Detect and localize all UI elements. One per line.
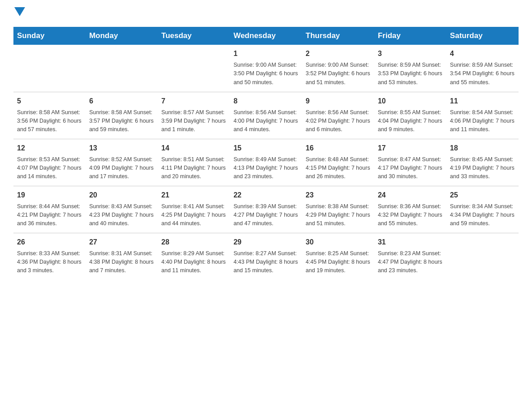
day-number: 27	[89, 237, 154, 248]
day-number: 14	[161, 143, 226, 154]
calendar-cell: 13Sunrise: 8:52 AM Sunset: 4:09 PM Dayli…	[86, 139, 158, 186]
day-number: 17	[378, 143, 443, 154]
day-info: Sunrise: 8:43 AM Sunset: 4:23 PM Dayligh…	[89, 202, 154, 228]
day-number: 31	[378, 237, 443, 248]
calendar-cell: 12Sunrise: 8:53 AM Sunset: 4:07 PM Dayli…	[13, 139, 86, 186]
day-number: 4	[450, 48, 515, 59]
calendar-cell: 27Sunrise: 8:31 AM Sunset: 4:38 PM Dayli…	[86, 233, 158, 280]
day-info: Sunrise: 8:39 AM Sunset: 4:27 PM Dayligh…	[233, 202, 298, 228]
day-info: Sunrise: 8:55 AM Sunset: 4:04 PM Dayligh…	[378, 108, 443, 134]
day-info: Sunrise: 8:47 AM Sunset: 4:17 PM Dayligh…	[378, 155, 443, 181]
day-info: Sunrise: 8:58 AM Sunset: 3:57 PM Dayligh…	[89, 108, 154, 134]
day-number: 7	[161, 96, 226, 107]
day-number: 12	[17, 143, 82, 154]
calendar-cell: 30Sunrise: 8:25 AM Sunset: 4:45 PM Dayli…	[302, 233, 374, 280]
day-info: Sunrise: 8:41 AM Sunset: 4:25 PM Dayligh…	[161, 202, 226, 228]
day-info: Sunrise: 8:44 AM Sunset: 4:21 PM Dayligh…	[17, 202, 82, 228]
day-number: 13	[89, 143, 154, 154]
day-number: 23	[306, 190, 371, 201]
calendar-week-row: 5Sunrise: 8:58 AM Sunset: 3:56 PM Daylig…	[13, 92, 519, 139]
calendar-cell: 17Sunrise: 8:47 AM Sunset: 4:17 PM Dayli…	[374, 139, 446, 186]
day-number: 28	[161, 237, 226, 248]
day-number: 29	[233, 237, 298, 248]
calendar-cell: 11Sunrise: 8:54 AM Sunset: 4:06 PM Dayli…	[446, 92, 519, 139]
calendar-cell: 18Sunrise: 8:45 AM Sunset: 4:19 PM Dayli…	[446, 139, 519, 186]
weekday-header-saturday: Saturday	[446, 27, 519, 45]
day-number: 24	[378, 190, 443, 201]
day-info: Sunrise: 8:54 AM Sunset: 4:06 PM Dayligh…	[450, 108, 515, 134]
calendar-cell: 26Sunrise: 8:33 AM Sunset: 4:36 PM Dayli…	[13, 233, 86, 280]
page-header	[13, 9, 519, 18]
calendar-week-row: 19Sunrise: 8:44 AM Sunset: 4:21 PM Dayli…	[13, 186, 519, 233]
calendar-cell	[86, 45, 158, 92]
weekday-header-row: SundayMondayTuesdayWednesdayThursdayFrid…	[13, 27, 519, 45]
day-number: 2	[306, 48, 371, 59]
day-info: Sunrise: 8:34 AM Sunset: 4:34 PM Dayligh…	[450, 202, 515, 228]
calendar-cell: 28Sunrise: 8:29 AM Sunset: 4:40 PM Dayli…	[158, 233, 230, 280]
calendar-table: SundayMondayTuesdayWednesdayThursdayFrid…	[13, 27, 519, 280]
calendar-week-row: 26Sunrise: 8:33 AM Sunset: 4:36 PM Dayli…	[13, 233, 519, 280]
calendar-cell: 20Sunrise: 8:43 AM Sunset: 4:23 PM Dayli…	[86, 186, 158, 233]
day-info: Sunrise: 8:36 AM Sunset: 4:32 PM Dayligh…	[378, 202, 443, 228]
day-info: Sunrise: 8:52 AM Sunset: 4:09 PM Dayligh…	[89, 155, 154, 181]
day-number: 22	[233, 190, 298, 201]
day-info: Sunrise: 8:33 AM Sunset: 4:36 PM Dayligh…	[17, 249, 82, 275]
day-info: Sunrise: 8:49 AM Sunset: 4:13 PM Dayligh…	[233, 155, 298, 181]
logo-triangle-icon	[14, 7, 25, 16]
calendar-cell: 22Sunrise: 8:39 AM Sunset: 4:27 PM Dayli…	[230, 186, 302, 233]
day-info: Sunrise: 8:56 AM Sunset: 4:00 PM Dayligh…	[233, 108, 298, 134]
day-number: 1	[233, 48, 298, 59]
calendar-cell	[446, 233, 519, 280]
calendar-cell: 10Sunrise: 8:55 AM Sunset: 4:04 PM Dayli…	[374, 92, 446, 139]
calendar-week-row: 12Sunrise: 8:53 AM Sunset: 4:07 PM Dayli…	[13, 139, 519, 186]
calendar-cell: 15Sunrise: 8:49 AM Sunset: 4:13 PM Dayli…	[230, 139, 302, 186]
calendar-cell: 19Sunrise: 8:44 AM Sunset: 4:21 PM Dayli…	[13, 186, 86, 233]
calendar-cell: 23Sunrise: 8:38 AM Sunset: 4:29 PM Dayli…	[302, 186, 374, 233]
calendar-cell	[158, 45, 230, 92]
day-info: Sunrise: 8:57 AM Sunset: 3:59 PM Dayligh…	[161, 108, 226, 134]
day-number: 20	[89, 190, 154, 201]
calendar-cell: 25Sunrise: 8:34 AM Sunset: 4:34 PM Dayli…	[446, 186, 519, 233]
calendar-cell: 21Sunrise: 8:41 AM Sunset: 4:25 PM Dayli…	[158, 186, 230, 233]
day-number: 15	[233, 143, 298, 154]
day-info: Sunrise: 8:53 AM Sunset: 4:07 PM Dayligh…	[17, 155, 82, 181]
day-number: 10	[378, 96, 443, 107]
day-info: Sunrise: 8:38 AM Sunset: 4:29 PM Dayligh…	[306, 202, 371, 228]
logo	[13, 9, 25, 18]
calendar-cell: 2Sunrise: 9:00 AM Sunset: 3:52 PM Daylig…	[302, 45, 374, 92]
calendar-cell: 7Sunrise: 8:57 AM Sunset: 3:59 PM Daylig…	[158, 92, 230, 139]
day-info: Sunrise: 8:59 AM Sunset: 3:53 PM Dayligh…	[378, 61, 443, 87]
calendar-cell: 31Sunrise: 8:23 AM Sunset: 4:47 PM Dayli…	[374, 233, 446, 280]
day-info: Sunrise: 8:29 AM Sunset: 4:40 PM Dayligh…	[161, 249, 226, 275]
day-number: 19	[17, 190, 82, 201]
calendar-cell: 4Sunrise: 8:59 AM Sunset: 3:54 PM Daylig…	[446, 45, 519, 92]
day-number: 30	[306, 237, 371, 248]
weekday-header-thursday: Thursday	[302, 27, 374, 45]
weekday-header-tuesday: Tuesday	[158, 27, 230, 45]
calendar-cell: 5Sunrise: 8:58 AM Sunset: 3:56 PM Daylig…	[13, 92, 86, 139]
calendar-cell: 24Sunrise: 8:36 AM Sunset: 4:32 PM Dayli…	[374, 186, 446, 233]
day-info: Sunrise: 8:59 AM Sunset: 3:54 PM Dayligh…	[450, 61, 515, 87]
day-number: 16	[306, 143, 371, 154]
calendar-cell: 9Sunrise: 8:56 AM Sunset: 4:02 PM Daylig…	[302, 92, 374, 139]
day-number: 11	[450, 96, 515, 107]
day-number: 9	[306, 96, 371, 107]
calendar-cell: 1Sunrise: 9:00 AM Sunset: 3:50 PM Daylig…	[230, 45, 302, 92]
day-info: Sunrise: 8:58 AM Sunset: 3:56 PM Dayligh…	[17, 108, 82, 134]
day-info: Sunrise: 8:45 AM Sunset: 4:19 PM Dayligh…	[450, 155, 515, 181]
calendar-cell: 6Sunrise: 8:58 AM Sunset: 3:57 PM Daylig…	[86, 92, 158, 139]
day-number: 18	[450, 143, 515, 154]
weekday-header-friday: Friday	[374, 27, 446, 45]
day-info: Sunrise: 8:25 AM Sunset: 4:45 PM Dayligh…	[306, 249, 371, 275]
weekday-header-wednesday: Wednesday	[230, 27, 302, 45]
day-number: 6	[89, 96, 154, 107]
day-number: 5	[17, 96, 82, 107]
day-number: 25	[450, 190, 515, 201]
day-info: Sunrise: 8:31 AM Sunset: 4:38 PM Dayligh…	[89, 249, 154, 275]
calendar-cell: 3Sunrise: 8:59 AM Sunset: 3:53 PM Daylig…	[374, 45, 446, 92]
calendar-cell: 16Sunrise: 8:48 AM Sunset: 4:15 PM Dayli…	[302, 139, 374, 186]
day-info: Sunrise: 8:51 AM Sunset: 4:11 PM Dayligh…	[161, 155, 226, 181]
weekday-header-monday: Monday	[86, 27, 158, 45]
day-number: 8	[233, 96, 298, 107]
calendar-cell: 14Sunrise: 8:51 AM Sunset: 4:11 PM Dayli…	[158, 139, 230, 186]
